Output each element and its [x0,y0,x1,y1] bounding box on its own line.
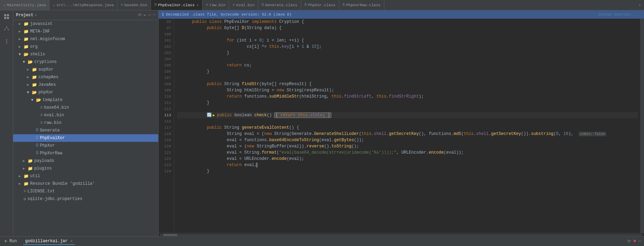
tree-item-Generate[interactable]: ▶ © Generate [13,127,158,134]
line-num: 124 [161,168,171,174]
code-line-113: 🔄▶public boolean check() { return this.s… [177,112,638,118]
project-label: Project [16,13,33,18]
tab-generateclass[interactable]: © Generate.class [258,0,301,10]
tab-mainactivity[interactable]: ☕ MainActivity.java [0,0,50,10]
code-editor[interactable]: public class PhpEvalXor implements Crypt… [174,19,641,233]
tab-label: Generate.class [265,3,297,7]
sidebar-title: Project ▾ [16,13,37,18]
sync-icon[interactable]: ⟳ [138,12,142,18]
folder-icon: 📁 [28,158,33,164]
tree-item-cshapAes[interactable]: ▶ 📁 cshapAes [13,73,158,81]
tree-item-cryptions[interactable]: ▼ 📂 cryptions [13,58,158,66]
stop-icon[interactable]: ■ [634,239,636,244]
tab-label: src\...\HttpResponse.java [56,3,114,7]
folder-icon: 📁 [24,44,29,49]
file-icon: ≡ [24,189,26,194]
more-icon[interactable] [2,37,11,46]
code-line-97: public byte[] D(String data) { [177,25,638,31]
collapse-icon[interactable]: ⇤ [144,12,146,18]
options-icon[interactable]: ⋯ [149,12,151,18]
choose-sources-button[interactable]: Choose Sources... [598,12,641,17]
tree-item-org[interactable]: ▶ 📁 org [13,43,158,51]
tree-item-shells[interactable]: ▼ 📂 shells [13,51,158,58]
main-content: Project ▾ ⟳ ⇤ ⋯ — ▶ 📁 javassist ▶ 📁 ME [0,10,644,236]
tab-overflow-chevron[interactable]: › [636,2,644,8]
sidebar-actions: ⟳ ⇤ ⋯ — [138,12,155,18]
tree-item-base64bin[interactable]: ▶ ≡ base64.bin [13,104,158,111]
tree-label: org [30,44,38,49]
svg-point-9 [6,39,7,40]
svg-line-7 [5,28,7,29]
tab-label: eval.bin [236,3,254,7]
tree-item-resource-bundle[interactable]: ▶ 📁 Resource Bundle 'godzilla' [13,180,158,188]
tree-item-aspxor[interactable]: ▶ 📁 aspXor [13,66,158,73]
java-icon: ☕ [53,3,55,7]
tree-label: META-INF [30,29,50,34]
tab-label: MainActivity.java [7,3,46,7]
line-num: 110 [161,93,171,100]
tree-label: plugins [34,166,52,171]
tree-item-JavaAes[interactable]: ▶ 📁 JavaAes [13,81,158,89]
tree-item-plugins[interactable]: ▶ 📁 plugins [13,165,158,172]
line-num: 123 [161,162,171,168]
tree-label: cshapAes [38,75,59,80]
project-icon[interactable] [2,12,11,21]
tree-item-sqlite-jdbc[interactable]: ▶ ⚙ sqlite-jdbc.properties [13,195,158,203]
bottom-more-icon[interactable]: ⋯ [639,239,641,244]
code-line-107 [177,75,638,81]
tree-item-PhpEvalXor[interactable]: ▶ © PhpEvalXor [13,134,158,142]
bottom-tab-run[interactable]: ▶ Run [3,238,19,245]
class-icon: © [154,3,156,7]
class-icon: © [36,128,38,133]
tab-evalbin[interactable]: ≡ eval.bin [229,0,258,10]
class-icon: © [36,143,38,148]
close-icon[interactable]: ✕ [70,239,73,243]
tab-phpxorrawclass[interactable]: © PhpXorRaw.class [339,0,384,10]
svg-rect-2 [4,17,6,19]
tree-item-phpXor[interactable]: ▼ 📂 phpXor [13,89,158,96]
class-icon: © [343,3,345,7]
tree-label: phpXor [38,90,53,95]
tree-item-util[interactable]: ▶ 📁 util [13,172,158,180]
close-icon[interactable]: ✕ [197,3,199,7]
vertical-scrollbar[interactable] [641,19,644,233]
tree-item-evalbin[interactable]: ▶ ≡ eval.bin [13,111,158,119]
tree-item-PhpXorRaw[interactable]: ▶ © PhpXorRaw [13,149,158,157]
tree-label: PhpXorRaw [40,151,62,156]
tab-rawbin[interactable]: ≡ raw.bin [203,0,229,10]
class-icon: © [305,3,307,7]
structure-icon[interactable] [2,24,11,34]
tab-phpevalxor[interactable]: © PhpEvalXor.class ✕ [151,0,203,10]
tree-item-payloads[interactable]: ▶ 📁 payloads [13,157,158,165]
tree-item-javassist[interactable]: ▶ 📁 javassist [13,20,158,28]
tree-item-rawbin[interactable]: ▶ ≡ raw.bin [13,119,158,127]
svg-rect-1 [7,14,9,16]
tree-label: javassist [30,21,53,26]
tab-base64bin[interactable]: ≡ base64.bin [117,0,151,10]
code-line-119: eval = functions.base64EncodeToString(ev… [177,137,638,143]
minimize-icon[interactable]: — [153,12,155,18]
tab-httpresponse[interactable]: ☕ src\...\HttpResponse.java [50,0,117,10]
tree-item-template[interactable]: ▼ 📂 template [13,96,158,104]
class-icon: © [262,3,264,7]
run-icon: ▶ [5,238,7,244]
horizontal-scrollbar[interactable] [160,234,643,236]
folder-icon: 📁 [24,29,29,34]
tree-item-net-miginfocom[interactable]: ▶ 📁 net.miginfocom [13,35,158,43]
tree-item-meta-inf[interactable]: ▶ 📁 META-INF [13,28,158,35]
line-num-debug: 113 [161,112,171,118]
tab-bar: ☕ MainActivity.java ☕ src\...\HttpRespon… [0,0,644,10]
scrollbar-thumb[interactable] [163,234,177,236]
tab-label: PhpXorRaw.class [346,3,381,7]
tree-item-license[interactable]: ▶ ≡ LICENSE.txt [13,188,158,195]
tree-item-PhpXor[interactable]: ▶ © PhpXor [13,142,158,149]
tab-phpxorclass[interactable]: © PhpXor.class [301,0,339,10]
code-line-123: return eval; [177,162,638,168]
folder-icon: 📂 [24,52,29,57]
dropdown-chevron-icon[interactable]: ▾ [35,13,37,17]
line-num: 118 [161,131,171,137]
code-line-116 [177,118,638,125]
restart-icon[interactable]: ⟳ [627,239,631,244]
bottom-tab-godzillaerkai[interactable]: godzillaerkai.jar ✕ [23,238,75,245]
code-line-120: eval = (new StringBuffer(eval)).reverse(… [177,143,638,149]
